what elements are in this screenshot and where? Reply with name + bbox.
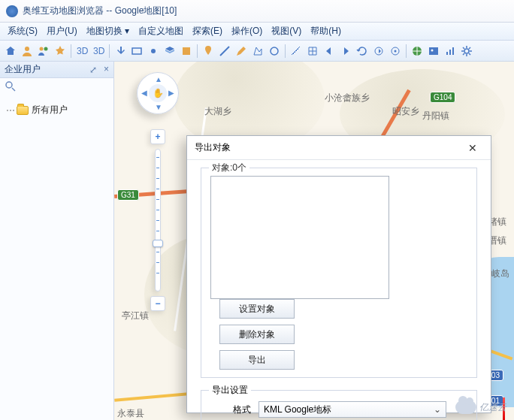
objects-fieldset: 对象:0个 设置对象 删除对象 导出 <box>201 168 477 378</box>
users-icon[interactable] <box>36 44 51 59</box>
pan-left-icon[interactable]: ◀ <box>141 89 147 97</box>
svg-point-2 <box>44 47 48 50</box>
objects-legend: 对象:0个 <box>209 162 249 174</box>
svg-point-0 <box>25 47 29 51</box>
close-sidebar-icon[interactable]: × <box>104 64 109 74</box>
tree-dots: ⋯ <box>6 105 14 116</box>
city-label: 亭江镇 <box>122 310 149 322</box>
pan-hand-icon[interactable]: ✋ <box>149 84 167 102</box>
svg-rect-17 <box>452 47 454 55</box>
back-icon[interactable] <box>322 44 337 59</box>
city-label: 丹阳镇 <box>422 110 449 122</box>
menu-help[interactable]: 帮助(H) <box>306 25 346 38</box>
image-icon[interactable] <box>426 44 441 59</box>
zoom-slider[interactable] <box>155 149 161 292</box>
format-value: KML Google地标 <box>264 403 331 416</box>
zoom-thumb[interactable] <box>153 240 163 247</box>
menu-system[interactable]: 系统(S) <box>3 25 42 38</box>
watermark: 亿速云 <box>455 400 506 414</box>
sidebar: 企业用户 ⤢ × ⋯ 所有用户 <box>0 62 114 420</box>
menu-explore[interactable]: 探索(E) <box>188 25 227 38</box>
svg-point-18 <box>464 49 469 53</box>
titlebar: 奥维互动地图浏览器 -- Google地图[10] <box>0 0 514 23</box>
pencil-icon[interactable] <box>234 44 249 59</box>
sidebar-title: 企业用户 <box>5 63 41 76</box>
line-icon[interactable] <box>217 44 232 59</box>
pan-up-icon[interactable]: ▲ <box>155 75 162 83</box>
svg-rect-5 <box>132 48 141 54</box>
pan-control[interactable]: ▲ ▼ ◀ ▶ ✋ <box>137 72 179 114</box>
tree-root-item[interactable]: ⋯ 所有用户 <box>6 104 107 116</box>
chevron-down-icon: ⌄ <box>434 404 441 415</box>
pin-icon[interactable] <box>201 44 216 59</box>
zoom-in-button[interactable]: + <box>150 129 165 144</box>
forward-icon[interactable] <box>338 44 353 59</box>
svg-point-14 <box>431 49 434 51</box>
zoom-out-button[interactable]: − <box>150 296 165 311</box>
menu-view[interactable]: 视图(V) <box>267 25 306 38</box>
globe-icon[interactable] <box>410 44 425 59</box>
objects-listbox[interactable] <box>210 176 389 299</box>
pan-right-icon[interactable]: ▶ <box>168 89 174 97</box>
svg-point-1 <box>40 47 44 50</box>
sidebar-search[interactable] <box>0 78 113 96</box>
delete-object-button[interactable]: 删除对象 <box>219 325 295 344</box>
star-icon[interactable] <box>53 44 68 59</box>
user-icon[interactable] <box>20 44 35 59</box>
dialog-close-button[interactable]: ✕ <box>462 142 483 154</box>
dialog-titlebar[interactable]: 导出对象 ✕ <box>187 136 491 160</box>
dialog-title: 导出对象 <box>195 141 462 154</box>
format-label: 格式 <box>210 403 251 416</box>
svg-rect-7 <box>183 47 190 55</box>
svg-rect-16 <box>449 50 451 55</box>
menu-user[interactable]: 用户(U) <box>42 25 82 38</box>
refresh-icon[interactable] <box>355 44 370 59</box>
circle-refresh-icon[interactable] <box>371 44 386 59</box>
layers-icon[interactable] <box>162 44 177 59</box>
menu-map-switch[interactable]: 地图切换 ▾ <box>82 25 134 38</box>
circle-small-icon[interactable] <box>146 44 161 59</box>
menu-custom-map[interactable]: 自定义地图 <box>134 25 188 38</box>
ruler-icon[interactable] <box>289 44 304 59</box>
app-icon <box>6 5 18 17</box>
3d-alt-icon[interactable]: 3D <box>91 44 106 59</box>
export-button[interactable]: 导出 <box>219 350 295 370</box>
export-dialog: 导出对象 ✕ 对象:0个 设置对象 删除对象 导出 导出设置 格式 KML Go… <box>186 135 491 413</box>
svg-point-6 <box>151 49 156 53</box>
road-shield: G31 <box>117 189 139 201</box>
menubar: 系统(S) 用户(U) 地图切换 ▾ 自定义地图 探索(E) 操作(O) 视图(… <box>0 23 514 41</box>
sidebar-header: 企业用户 ⤢ × <box>0 62 113 78</box>
watermark-text: 亿速云 <box>479 401 506 414</box>
pan-down-icon[interactable]: ▼ <box>155 103 162 111</box>
home-icon[interactable] <box>3 44 18 59</box>
toolbar: 3D 3D <box>0 41 514 62</box>
svg-rect-13 <box>429 47 438 55</box>
chart-icon[interactable] <box>443 44 458 59</box>
tree-root-label: 所有用户 <box>32 104 68 116</box>
city-label: 昭安乡 <box>392 105 419 118</box>
shape-icon[interactable] <box>250 44 265 59</box>
svg-point-8 <box>271 47 278 55</box>
window-title: 奥维互动地图浏览器 -- Google地图[10] <box>23 5 177 17</box>
pin-icon[interactable]: ⤢ <box>89 65 97 75</box>
box-icon[interactable] <box>179 44 194 59</box>
menu-operate[interactable]: 操作(O) <box>227 25 267 38</box>
svg-point-11 <box>395 50 397 52</box>
city-label: 大湖乡 <box>204 105 231 118</box>
svg-text:3D: 3D <box>77 46 88 56</box>
target-icon[interactable] <box>388 44 403 59</box>
road-shield: G104 <box>430 92 455 103</box>
zoom-control: + − <box>150 129 165 311</box>
city-label: 小沧畲族乡 <box>325 92 370 104</box>
format-select[interactable]: KML Google地标 ⌄ <box>259 401 446 418</box>
3d-icon[interactable]: 3D <box>74 44 89 59</box>
circle-icon[interactable] <box>267 44 282 59</box>
cloud-icon <box>455 400 476 414</box>
gear-icon[interactable] <box>459 44 474 59</box>
sidebar-tree: ⋯ 所有用户 <box>0 96 113 124</box>
download-icon[interactable] <box>113 44 128 59</box>
svg-rect-15 <box>446 52 448 55</box>
area-icon[interactable] <box>305 44 320 59</box>
set-object-button[interactable]: 设置对象 <box>219 299 295 319</box>
rect-icon[interactable] <box>129 44 144 59</box>
